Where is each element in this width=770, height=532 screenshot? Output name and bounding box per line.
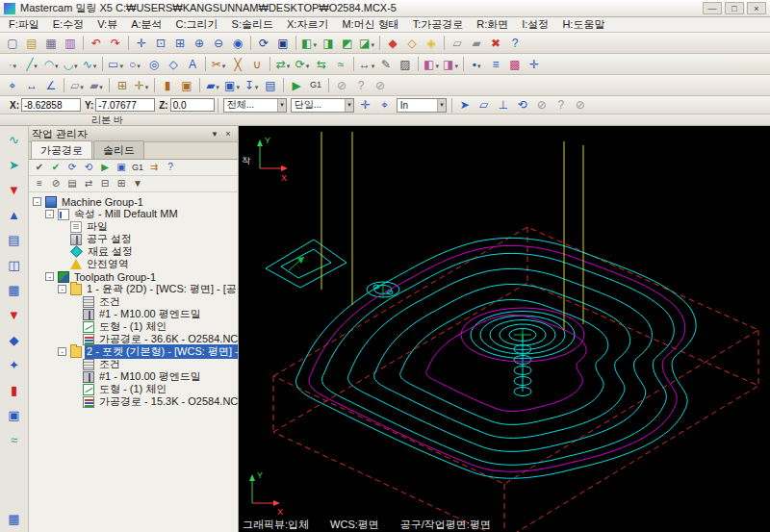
menu-item-a[interactable]: A:분석 <box>124 16 168 33</box>
plane-select-button[interactable]: ▱ <box>67 76 87 94</box>
undo-button[interactable]: ↶ <box>87 34 106 52</box>
toggle-lock-button[interactable]: ⊘ <box>48 177 64 190</box>
menu-item-r[interactable]: R:화면 <box>470 16 515 33</box>
fastpoint-button[interactable]: ⌖ <box>375 96 395 114</box>
collapse-all-button[interactable]: ⊟ <box>97 177 113 190</box>
selection-cursor-button[interactable]: ➤ <box>455 96 475 114</box>
menu-item-c[interactable]: C:그리기 <box>169 16 225 33</box>
tree-item[interactable]: 재료 설정 <box>29 245 238 258</box>
color-swatch-button[interactable]: ▩ <box>505 55 525 73</box>
join-button[interactable]: ∪ <box>247 55 267 73</box>
sketch-line-button[interactable]: ╱ <box>22 55 41 73</box>
repaint-button[interactable]: ▣ <box>273 34 293 52</box>
sketch-point-button[interactable]: ∙ <box>3 55 22 73</box>
x-coordinate-input[interactable] <box>21 98 81 112</box>
panel-close-button[interactable]: × <box>221 129 235 139</box>
status-wcs[interactable]: WCS:평면 <box>330 518 379 532</box>
menu-item-m[interactable]: M:머신 형태 <box>335 16 405 33</box>
highfeed-button[interactable]: ⇉ <box>146 161 162 174</box>
grid-view-button[interactable]: ▦ <box>4 280 25 299</box>
view-iso-button[interactable]: ◧ <box>299 34 319 52</box>
toolpath-face-button[interactable]: ▤ <box>261 76 280 94</box>
dock-bottom-button[interactable]: ▦ <box>4 509 25 528</box>
curve-create-button[interactable]: ∿ <box>4 130 25 149</box>
combo-arrow-icon[interactable] <box>437 99 446 112</box>
ops-help-button[interactable]: ? <box>163 161 178 174</box>
analyze-angle-button[interactable]: ∠ <box>41 76 61 94</box>
tree-expander-icon[interactable]: - <box>45 210 54 218</box>
menu-item-s[interactable]: S:솔리드 <box>225 16 280 33</box>
analyze-distance-button[interactable]: ↔ <box>22 76 41 94</box>
print-button[interactable]: ▥ <box>61 34 80 52</box>
surface-edit-button[interactable]: ◨ <box>441 55 460 73</box>
tree-item[interactable]: -2 - 포켓 (기본형) - [WCS: 평면] - [공 <box>29 345 238 358</box>
menu-item-x[interactable]: X:자르기 <box>280 16 335 33</box>
select-all-ops-button[interactable]: ✔ <box>32 161 47 174</box>
blue-block-button[interactable]: ▣ <box>4 405 25 424</box>
zoom-fit-button[interactable]: ⊡ <box>151 34 170 52</box>
machine-sim-button[interactable]: ▶ <box>287 76 306 94</box>
close-button[interactable]: × <box>747 2 766 14</box>
help-button[interactable]: ? <box>505 34 525 52</box>
xform-translate-button[interactable]: ⇄ <box>273 55 293 73</box>
break-button[interactable]: ╳ <box>228 55 247 73</box>
hatch-button[interactable]: ▨ <box>396 55 415 73</box>
tree-item[interactable]: -속성 - Mill Default MM <box>29 208 238 220</box>
y-coordinate-input[interactable] <box>95 98 155 112</box>
cplane-button[interactable]: ▱ <box>475 96 494 114</box>
tree-item[interactable]: -1 - 윤곽 (2D) - [WCS: 평면] - [공구평 <box>29 283 238 295</box>
zoom-out-button[interactable]: ⊖ <box>209 34 228 52</box>
point-style-button[interactable]: ✛ <box>525 55 544 73</box>
view-side-button[interactable]: ◪ <box>357 34 376 52</box>
new-file-button[interactable]: ▢ <box>3 34 22 52</box>
arrow-down-red-button[interactable]: ▼ <box>4 180 25 199</box>
view-split-button[interactable]: ◫ <box>4 255 25 274</box>
redo-button[interactable]: ↷ <box>106 34 125 52</box>
disabled-slot-1-button[interactable]: ⊘ <box>532 96 552 114</box>
menu-item-h[interactable]: H:도움말 <box>555 16 611 33</box>
trim-button[interactable]: ✂ <box>209 55 228 73</box>
analyze-entity-button[interactable]: ⌖ <box>3 76 22 94</box>
delete-entity-button[interactable]: ✖ <box>486 34 505 52</box>
combo-arrow-icon[interactable] <box>277 99 286 112</box>
autocursor-snap-button[interactable]: ✛ <box>132 76 151 94</box>
menu-item-e[interactable]: E:수정 <box>46 16 90 33</box>
sparkle-button[interactable]: ✦ <box>4 355 25 374</box>
select-single-combo[interactable]: 단일... <box>291 98 354 113</box>
backplot-button[interactable]: ▶ <box>97 161 113 174</box>
regen-selected-button[interactable]: ⟲ <box>81 161 96 174</box>
toggle-post-button[interactable]: ▤ <box>64 177 80 190</box>
red-block-button[interactable]: ▮ <box>4 380 25 399</box>
graphics-viewport[interactable]: Y X 작 Y X 그래픽뷰:입체 WCS:평면 공구/작업평면:평면 <box>239 126 770 532</box>
autocursor-button[interactable]: ✛ <box>356 96 375 114</box>
status-plane[interactable]: 공구/작업평면:평면 <box>400 518 491 532</box>
coord-help-button[interactable]: ? <box>552 96 571 114</box>
chook-slot-2-button[interactable]: ⊘ <box>371 76 390 94</box>
shade-on-button[interactable]: ◆ <box>383 34 402 52</box>
view-front-button[interactable]: ◩ <box>338 34 357 52</box>
sketch-arc-button[interactable]: ◠ <box>41 55 61 73</box>
disabled-slot-2-button[interactable]: ⊘ <box>571 96 590 114</box>
xform-rotate-button[interactable]: ⟳ <box>293 55 312 73</box>
panel-toggle-button[interactable]: ▤ <box>4 230 25 249</box>
zoom-in-button[interactable]: ⊕ <box>190 34 209 52</box>
menu-item-t[interactable]: T:가공경로 <box>406 16 471 33</box>
tree-expander-icon[interactable]: - <box>58 285 66 293</box>
regen-all-button[interactable]: ⟳ <box>64 161 80 174</box>
plane-rotate-button[interactable]: ▰ <box>87 76 106 94</box>
units-combo[interactable]: In <box>397 98 447 113</box>
save-file-button[interactable]: ▦ <box>41 34 61 52</box>
toolpath-contour-button[interactable]: ▰ <box>203 76 222 94</box>
xform-offset-button[interactable]: ≈ <box>331 55 350 73</box>
grid-toggle-button[interactable]: ⊞ <box>113 76 132 94</box>
select-all-combo[interactable]: 전체... <box>223 98 287 113</box>
gview-plan-button[interactable]: ▱ <box>448 34 467 52</box>
filter-button[interactable]: ▼ <box>130 177 145 190</box>
layer-down-button[interactable]: ▼ <box>4 305 25 324</box>
tree-expander-icon[interactable]: - <box>58 347 66 356</box>
panel-tab-solids[interactable]: 솔리드 <box>93 140 144 159</box>
verify-button[interactable]: ▣ <box>114 161 129 174</box>
tree-item[interactable]: 가공경로 - 15.3K - O2584.NC - 프 <box>29 395 238 408</box>
expand-all-button[interactable]: ⊞ <box>114 177 129 190</box>
menu-item-v[interactable]: V:뷰 <box>90 16 124 33</box>
